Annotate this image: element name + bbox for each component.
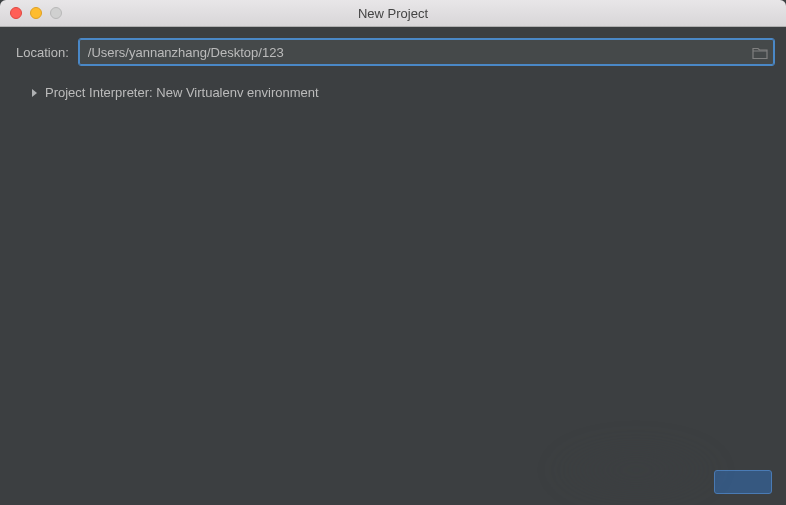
location-input[interactable] [79,39,774,65]
window-controls [0,7,62,19]
spacer [0,108,786,459]
interpreter-label: Project Interpreter: New Virtualenv envi… [45,85,319,100]
create-button[interactable] [714,470,772,494]
interpreter-disclosure[interactable]: Project Interpreter: New Virtualenv envi… [0,75,786,108]
chevron-right-icon [32,89,37,97]
minimize-button[interactable] [30,7,42,19]
location-label: Location: [16,45,69,60]
location-input-wrapper [79,39,774,65]
window-title: New Project [0,6,786,21]
titlebar: New Project [0,0,786,27]
dialog-footer [0,459,786,505]
close-button[interactable] [10,7,22,19]
location-row: Location: [0,27,786,75]
dialog-content: Location: Project Interpreter: New Virtu… [0,27,786,505]
folder-icon[interactable] [752,46,768,59]
maximize-button [50,7,62,19]
